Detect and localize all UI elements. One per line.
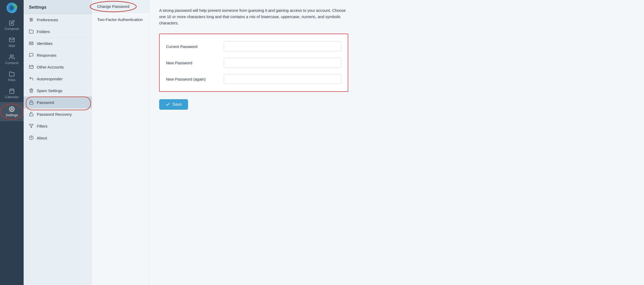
left-navigation: Compose Mail Contacts Files [0,0,24,285]
filters-label: Filters [37,124,48,128]
about-label: About [37,136,47,140]
settings-menu-item-folders[interactable]: Folders [24,26,92,38]
nav-item-files-label: Files [8,78,15,82]
checkmark-icon [165,102,170,107]
nav-item-contacts-label: Contacts [5,61,18,65]
envelope-icon [29,65,34,69]
svg-point-2 [10,6,14,10]
folders-label: Folders [37,29,50,34]
settings-menu-item-autoresponder[interactable]: Autoresponder [24,73,92,85]
svg-point-8 [11,108,13,110]
new-password-again-row: New Password (again) [166,74,341,84]
new-password-again-input[interactable] [224,74,341,84]
submenu-panel: Change Password Two-Factor Authenticatio… [92,0,150,285]
svg-rect-4 [10,89,14,94]
settings-menu-item-about[interactable]: About [24,132,92,144]
settings-menu-item-preferences[interactable]: Preferences [24,14,92,26]
lock-icon [29,100,34,105]
two-factor-label: Two-Factor Authentication [97,17,143,22]
trash-icon [29,88,34,93]
chat-icon [29,53,34,57]
svg-rect-17 [29,102,33,104]
nav-item-settings-label: Settings [6,113,18,117]
save-button-label: Save [172,102,182,107]
id-card-icon [29,41,34,46]
settings-menu-item-identities[interactable]: Identities [24,38,92,49]
settings-panel: Settings Preferences Folders Identities … [24,0,92,285]
password-recovery-label: Password Recovery [37,112,72,117]
svg-point-3 [10,55,12,57]
nav-item-mail[interactable]: Mail [0,34,24,51]
svg-point-12 [30,18,31,19]
password-form-section: Current Password New Password New Passwo… [159,34,348,92]
spam-settings-label: Spam Settings [37,88,63,93]
settings-menu-item-filters[interactable]: Filters [24,120,92,132]
change-password-label: Change Password [97,4,129,9]
nav-item-contacts[interactable]: Contacts [0,51,24,68]
new-password-label: New Password [166,61,224,65]
password-label: Password [37,100,54,105]
submenu-item-two-factor[interactable]: Two-Factor Authentication [92,13,149,26]
current-password-label: Current Password [166,44,224,49]
autoresponder-label: Autoresponder [37,77,63,81]
nav-item-compose[interactable]: Compose [0,17,24,34]
responses-label: Responses [37,53,56,57]
settings-menu-item-other-accounts[interactable]: Other Accounts [24,61,92,73]
current-password-row: Current Password [166,41,341,51]
other-accounts-label: Other Accounts [37,65,64,69]
svg-marker-19 [29,124,33,128]
submenu-item-change-password[interactable]: Change Password [92,0,149,13]
filter-icon [29,124,34,128]
app-logo [0,0,24,16]
sliders-icon [29,17,34,22]
settings-menu-item-responses[interactable]: Responses [24,49,92,61]
nav-item-compose-label: Compose [4,27,19,31]
settings-menu-item-password-recovery[interactable]: Password Recovery [24,108,92,120]
reply-icon [29,76,34,81]
current-password-input[interactable] [224,41,341,51]
new-password-again-label: New Password (again) [166,77,224,81]
svg-point-16 [30,43,31,44]
nav-item-files[interactable]: Files [0,68,24,85]
lock-recovery-icon [29,112,34,117]
preferences-label: Preferences [37,18,58,22]
password-description: A strong password will help prevent some… [159,7,348,26]
save-button[interactable]: Save [159,99,188,110]
question-icon [29,135,34,140]
settings-title: Settings [24,0,92,14]
settings-menu-item-spam[interactable]: Spam Settings [24,85,92,97]
nav-item-settings[interactable]: Settings [0,102,24,121]
nav-item-mail-label: Mail [9,44,15,48]
folder-icon [29,29,34,34]
svg-point-13 [32,19,32,20]
settings-menu-item-password[interactable]: Password [24,97,92,108]
svg-rect-18 [29,114,33,116]
main-content: A strong password will help prevent some… [150,0,644,285]
nav-item-calendar[interactable]: Calendar [0,85,24,102]
new-password-row: New Password [166,58,341,68]
nav-item-calendar-label: Calendar [5,95,19,99]
new-password-input[interactable] [224,58,341,68]
svg-point-14 [30,20,31,21]
identities-label: Identities [37,41,53,46]
